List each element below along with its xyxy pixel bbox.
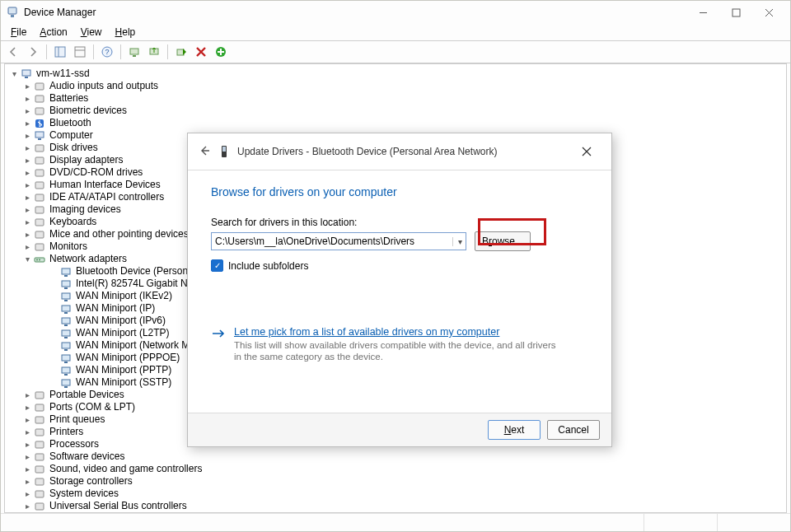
svg-rect-26 [35,157,44,164]
svg-rect-57 [35,392,44,399]
category-icon [33,217,46,228]
uninstall-device-icon[interactable] [192,43,210,61]
expander-icon[interactable]: ▸ [21,80,33,92]
menu-action[interactable]: Action [33,26,73,38]
nav-back-icon[interactable] [4,43,22,61]
svg-rect-66 [35,503,44,510]
dialog-footer: Next Cancel [188,413,611,446]
svg-rect-59 [35,417,44,423]
tree-category-label: Portable Devices [49,389,124,401]
svg-rect-43 [62,306,70,311]
next-button[interactable]: Next [488,420,541,440]
tree-root-label: vm-w11-ssd [36,68,90,80]
expander-icon[interactable]: ▸ [21,450,33,463]
expander-icon[interactable]: ▸ [21,142,33,154]
device-icon [59,365,73,376]
category-icon [33,414,46,426]
expander-icon[interactable]: ▸ [21,240,33,253]
device-icon [59,352,73,364]
add-legacy-icon[interactable] [212,43,230,61]
include-subfolders-checkbox[interactable]: ✓ [211,259,223,272]
tree-category[interactable]: ▸Biometric devices [8,105,786,117]
tree-root[interactable]: ▾vm-w11-ssd [8,68,786,80]
tree-category-label: Disk drives [49,142,98,154]
help-icon[interactable]: ? [98,43,116,61]
tree-category[interactable]: ▸Universal Serial Bus controllers [8,500,786,512]
expander-icon[interactable]: ▸ [21,166,33,179]
expander-icon[interactable]: ▸ [21,191,33,203]
category-icon [33,93,46,105]
svg-rect-1 [11,15,14,17]
dialog-close-button[interactable] [572,147,601,156]
show-hide-tree-icon[interactable] [51,43,69,61]
expander-icon[interactable]: ▸ [21,179,33,191]
svg-rect-25 [35,145,44,152]
menu-file[interactable]: File [4,26,33,38]
expander-icon[interactable]: ▸ [21,389,33,401]
back-button[interactable] [198,144,218,160]
expander-icon[interactable]: ▸ [21,438,33,450]
svg-rect-62 [35,454,44,460]
tree-category[interactable]: ▸Sound, video and game controllers [8,463,786,475]
tree-category[interactable]: ▸System devices [8,488,786,500]
menubar: File Action View Help [1,24,790,40]
expander-icon[interactable]: ▾ [21,253,33,265]
device-icon [59,315,73,327]
maximize-button[interactable] [719,1,752,24]
tree-category-label: Ports (COM & LPT) [49,401,135,413]
svg-rect-17 [22,70,30,76]
tree-category-label: Batteries [49,92,88,105]
expander-icon[interactable]: ▸ [21,401,33,413]
scan-hardware-icon[interactable] [125,43,143,61]
expander-icon[interactable]: ▸ [21,117,33,129]
expander-icon[interactable]: ▸ [21,228,33,240]
expander-icon[interactable]: ▸ [21,203,33,216]
expander-icon[interactable]: ▸ [21,154,33,166]
cancel-button[interactable]: Cancel [547,420,600,440]
expander-icon[interactable]: ▸ [21,475,33,488]
update-driver-icon[interactable] [145,43,163,61]
category-icon [33,427,46,438]
enable-device-icon[interactable] [172,43,190,61]
expander-icon[interactable]: ▸ [21,413,33,426]
menu-view[interactable]: View [74,26,109,38]
expander-icon[interactable]: ▸ [21,463,33,475]
svg-rect-37 [62,268,70,274]
expander-icon[interactable]: ▸ [21,129,33,142]
minimize-button[interactable] [686,1,719,24]
expander-icon[interactable]: ▸ [21,105,33,117]
menu-help[interactable]: Help [109,26,143,38]
pick-driver-link[interactable]: Let me pick from a list of available dri… [234,326,499,338]
expander-icon[interactable]: ▸ [21,216,33,228]
chevron-down-icon[interactable]: ▾ [452,237,462,246]
titlebar: Device Manager [1,1,790,24]
svg-rect-53 [62,367,70,373]
svg-rect-55 [62,380,70,385]
tree-category-label: Monitors [49,240,87,253]
svg-rect-18 [25,77,28,78]
category-icon [33,501,46,512]
tree-category[interactable]: ▸Bluetooth [8,117,786,129]
browse-button[interactable]: Browse... [475,231,531,251]
tree-category[interactable]: ▸Software devices [8,450,786,463]
tree-category[interactable]: ▸Storage controllers [8,475,786,488]
tree-device-label: WAN Miniport (SSTP) [76,376,171,389]
window-controls [686,1,785,24]
tree-category[interactable]: ▸Audio inputs and outputs [8,80,786,92]
expander-icon[interactable]: ▸ [21,500,33,512]
expander-icon[interactable]: ▸ [21,426,33,438]
expander-icon[interactable]: ▸ [21,488,33,500]
tree-category[interactable]: ▸Batteries [8,92,786,105]
tree-category-label: System devices [49,488,119,500]
driver-path-combo[interactable]: C:\Users\m__la\OneDrive\Documents\Driver… [211,232,466,250]
device-icon [59,328,73,339]
close-button[interactable] [752,1,785,24]
svg-rect-56 [64,386,68,388]
expander-icon[interactable]: ▸ [21,92,33,105]
svg-rect-24 [38,138,41,140]
properties-icon[interactable] [71,43,89,61]
nav-forward-icon[interactable] [24,43,42,61]
tree-category-label: Biometric devices [49,105,127,117]
device-icon [59,377,73,389]
svg-rect-41 [62,293,70,299]
